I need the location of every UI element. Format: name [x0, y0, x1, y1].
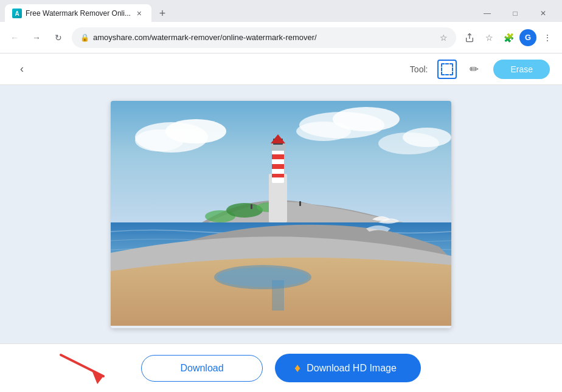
minimize-button[interactable]: — [473, 2, 501, 24]
forward-button[interactable]: → [28, 29, 45, 46]
menu-icon[interactable]: ⋮ [539, 29, 556, 46]
page-content: ‹ Tool: ✏ Erase [0, 53, 562, 392]
close-button[interactable]: ✕ [529, 2, 557, 24]
url-text: amoyshare.com/watermark-remover/online-w… [93, 33, 436, 42]
download-hd-label: Download HD Image [307, 363, 397, 374]
tool-options: ✏ [437, 60, 484, 79]
svg-point-12 [217, 267, 308, 287]
tab-close-button[interactable]: × [134, 9, 144, 18]
brush-tool-button[interactable]: ✏ [464, 60, 484, 79]
chevron-left-icon: ‹ [20, 63, 24, 75]
extensions-icon[interactable]: 🧩 [500, 29, 517, 46]
url-actions: ☆ [440, 33, 448, 43]
address-bar: ← → ↻ 🔒 amoyshare.com/watermark-remover/… [0, 22, 562, 53]
svg-rect-26 [251, 204, 252, 209]
svg-rect-25 [272, 280, 284, 311]
editor-toolbar: ‹ Tool: ✏ Erase [0, 53, 562, 85]
arrow-indicator [49, 349, 122, 385]
tab-favicon [12, 9, 22, 18]
svg-rect-20 [272, 174, 284, 177]
rectangle-icon [441, 63, 453, 75]
bookmark-icon[interactable]: ☆ [440, 33, 448, 43]
profile-icon[interactable]: G [519, 29, 536, 46]
svg-point-9 [403, 128, 451, 147]
profile-avatar: G [519, 29, 536, 46]
brush-icon: ✏ [470, 63, 479, 76]
tab-bar: Free Watermark Remover Onli... × + — □ ✕ [0, 0, 562, 22]
image-area [0, 85, 562, 343]
browser-chrome: Free Watermark Remover Onli... × + — □ ✕… [0, 0, 562, 53]
new-tab-button[interactable]: + [154, 5, 171, 22]
bottom-bar: Download ♦ Download HD Image [0, 343, 562, 392]
diamond-icon: ♦ [294, 361, 300, 375]
arrow-container [49, 349, 122, 388]
maximize-button[interactable]: □ [501, 2, 529, 24]
lock-icon: 🔒 [80, 33, 89, 42]
svg-rect-27 [299, 201, 301, 206]
svg-point-14 [226, 203, 263, 218]
reload-button[interactable]: ↻ [50, 29, 67, 46]
tab-title: Free Watermark Remover Onli... [26, 9, 131, 18]
back-button[interactable]: ← [6, 29, 23, 46]
image-container [111, 101, 451, 328]
tool-label: Tool: [410, 64, 428, 74]
star-icon[interactable]: ☆ [480, 29, 498, 46]
url-bar[interactable]: 🔒 amoyshare.com/watermark-remover/online… [72, 27, 456, 48]
browser-actions: ☆ 🧩 G ⋮ [461, 29, 556, 46]
svg-point-4 [135, 129, 184, 151]
svg-point-7 [296, 122, 351, 141]
download-button[interactable]: Download [141, 355, 263, 382]
back-page-button[interactable]: ‹ [12, 60, 32, 79]
lighthouse-image [111, 101, 451, 326]
window-controls: — □ ✕ [473, 2, 557, 24]
svg-rect-19 [272, 164, 284, 169]
active-tab[interactable]: Free Watermark Remover Onli... × [5, 4, 151, 22]
share-icon[interactable] [461, 29, 478, 46]
download-hd-button[interactable]: ♦ Download HD Image [275, 354, 421, 382]
erase-button[interactable]: Erase [493, 60, 550, 79]
rectangle-tool-button[interactable] [437, 60, 457, 79]
svg-line-28 [61, 355, 103, 376]
svg-rect-18 [272, 154, 284, 159]
